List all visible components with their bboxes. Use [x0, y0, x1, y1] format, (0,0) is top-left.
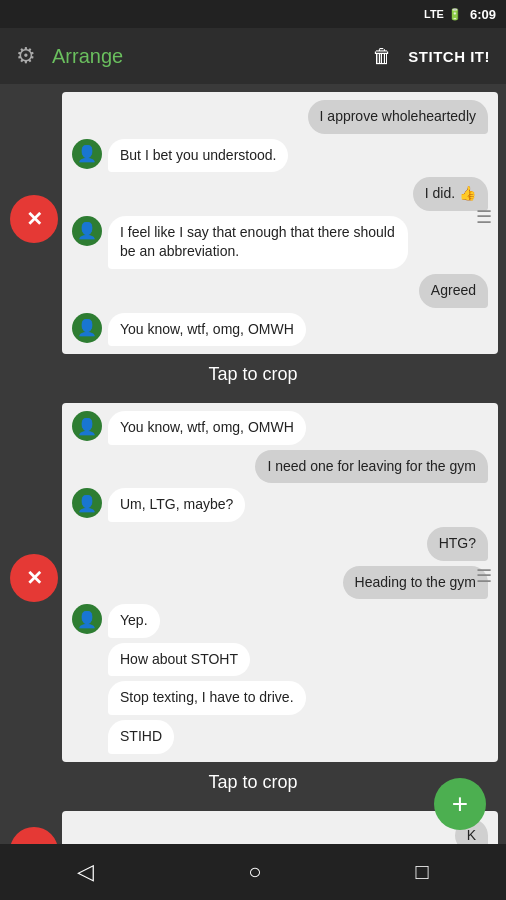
top-bar-left: ⚙ Arrange	[16, 43, 123, 69]
chat-card-3[interactable]: K Ha ha ha	[62, 811, 498, 845]
message-row: Heading to the gym	[72, 566, 488, 600]
card-wrapper-1: ✕ I approve wholeheartedly 👤 But I bet y…	[0, 84, 506, 354]
bubble-incoming: I feel like I say that enough that there…	[108, 216, 408, 269]
bubble-outgoing: Heading to the gym	[343, 566, 488, 600]
menu-icon-2[interactable]: ☰	[476, 565, 492, 587]
delete-button-2[interactable]: ✕	[10, 554, 58, 602]
bubble-incoming: You know, wtf, omg, OMWH	[108, 313, 306, 347]
message-row: STIHD	[72, 720, 488, 754]
card-section-1: ✕ I approve wholeheartedly 👤 But I bet y…	[0, 84, 506, 395]
bubble-outgoing: Agreed	[419, 274, 488, 308]
bubble-incoming: STIHD	[108, 720, 174, 754]
message-row: HTG?	[72, 527, 488, 561]
close-icon-3: ✕	[26, 839, 43, 844]
bubble-incoming: Yep.	[108, 604, 160, 638]
message-row: 👤 You know, wtf, omg, OMWH	[72, 313, 488, 347]
back-button[interactable]: ◁	[77, 859, 94, 885]
plus-icon: +	[452, 790, 468, 818]
tap-to-crop-1[interactable]: Tap to crop	[0, 354, 506, 395]
message-row: I approve wholeheartedly	[72, 100, 488, 134]
top-bar: ⚙ Arrange 🗑 STITCH IT!	[0, 28, 506, 84]
lte-icon: LTE	[424, 8, 444, 20]
close-icon-1: ✕	[26, 207, 43, 231]
home-button[interactable]: ○	[248, 859, 261, 885]
bubble-incoming: How about STOHT	[108, 643, 250, 677]
message-row: Agreed	[72, 274, 488, 308]
message-row: I need one for leaving for the gym	[72, 450, 488, 484]
chat-area-1: I approve wholeheartedly 👤 But I bet you…	[62, 92, 498, 354]
chat-card-2[interactable]: 👤 You know, wtf, omg, OMWH I need one fo…	[62, 403, 498, 761]
tap-to-crop-2[interactable]: Tap to crop	[0, 762, 506, 803]
fab-button[interactable]: +	[434, 778, 486, 830]
main-content: ✕ I approve wholeheartedly 👤 But I bet y…	[0, 84, 506, 844]
card-section-3: ✕ K Ha ha ha	[0, 803, 506, 845]
bubble-outgoing: HTG?	[427, 527, 488, 561]
bubble-incoming: Stop texting, I have to drive.	[108, 681, 306, 715]
chat-card-1[interactable]: I approve wholeheartedly 👤 But I bet you…	[62, 92, 498, 354]
card-wrapper-2: ✕ 👤 You know, wtf, omg, OMWH I need one …	[0, 395, 506, 761]
recents-button[interactable]: □	[416, 859, 429, 885]
chat-area-2: 👤 You know, wtf, omg, OMWH I need one fo…	[62, 403, 498, 761]
avatar: 👤	[72, 411, 102, 441]
bottom-nav: ◁ ○ □	[0, 844, 506, 900]
message-row: 👤 You know, wtf, omg, OMWH	[72, 411, 488, 445]
card-section-2: ✕ 👤 You know, wtf, omg, OMWH I need one …	[0, 395, 506, 802]
status-bar: LTE 🔋 6:09	[0, 0, 506, 28]
bubble-incoming: You know, wtf, omg, OMWH	[108, 411, 306, 445]
bubble-outgoing: I need one for leaving for the gym	[255, 450, 488, 484]
chat-area-3: K Ha ha ha	[62, 811, 498, 845]
message-row: 👤 I feel like I say that enough that the…	[72, 216, 488, 269]
avatar: 👤	[72, 488, 102, 518]
message-row: 👤 Yep.	[72, 604, 488, 638]
message-row: Stop texting, I have to drive.	[72, 681, 488, 715]
clock: 6:09	[470, 7, 496, 22]
message-row: 👤 Um, LTG, maybe?	[72, 488, 488, 522]
bubble-outgoing: I approve wholeheartedly	[308, 100, 488, 134]
message-row: I did. 👍	[72, 177, 488, 211]
delete-button-3[interactable]: ✕	[10, 827, 58, 844]
trash-icon[interactable]: 🗑	[372, 45, 392, 68]
status-icons: LTE 🔋 6:09	[424, 7, 496, 22]
avatar: 👤	[72, 313, 102, 343]
menu-icon-1[interactable]: ☰	[476, 206, 492, 228]
battery-icon: 🔋	[448, 8, 462, 21]
app-title: Arrange	[52, 45, 123, 68]
avatar: 👤	[72, 604, 102, 634]
gear-icon[interactable]: ⚙	[16, 43, 36, 69]
bubble-incoming: But I bet you understood.	[108, 139, 288, 173]
avatar: 👤	[72, 216, 102, 246]
message-row: 👤 But I bet you understood.	[72, 139, 488, 173]
stitch-button[interactable]: STITCH IT!	[408, 48, 490, 65]
message-row: How about STOHT	[72, 643, 488, 677]
bubble-incoming: Um, LTG, maybe?	[108, 488, 245, 522]
top-bar-right: 🗑 STITCH IT!	[372, 45, 490, 68]
close-icon-2: ✕	[26, 566, 43, 590]
card-wrapper-3: ✕ K Ha ha ha	[0, 803, 506, 845]
delete-button-1[interactable]: ✕	[10, 195, 58, 243]
avatar: 👤	[72, 139, 102, 169]
message-row: K	[72, 819, 488, 845]
